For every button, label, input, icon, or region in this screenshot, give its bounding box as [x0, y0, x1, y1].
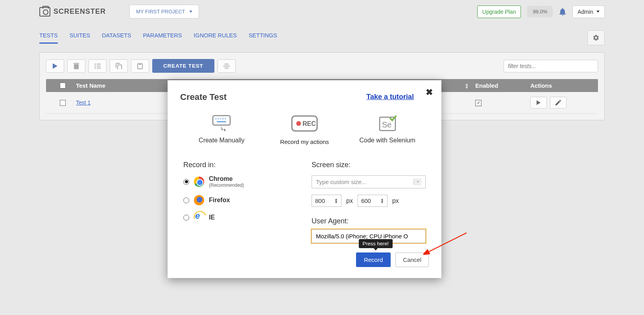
- test-link[interactable]: Test 1: [76, 99, 90, 106]
- usage-percent: 98.0%: [527, 6, 553, 17]
- press-here-tooltip: Press here!: [359, 239, 393, 248]
- record-button[interactable]: Record: [356, 252, 391, 267]
- delete-button[interactable]: [67, 59, 85, 73]
- caret-down-icon: [596, 11, 600, 13]
- close-icon[interactable]: ✖: [426, 87, 433, 98]
- more-button[interactable]: [218, 59, 236, 73]
- user-agent-label: User Agent:: [312, 217, 426, 225]
- screen-size-select[interactable]: Type custom size... ⌄: [312, 175, 426, 188]
- option-label: Create Manually: [199, 137, 245, 144]
- row-edit-button[interactable]: [550, 97, 566, 109]
- svg-point-1: [216, 118, 217, 119]
- browser-chrome[interactable]: Chrome (Recommended): [183, 175, 288, 188]
- option-label: Code with Selenium: [359, 137, 415, 144]
- option-label: Record my actions: [280, 138, 329, 145]
- tutorial-link[interactable]: Take a tutorial: [366, 93, 414, 101]
- camera-icon: [39, 7, 50, 17]
- stepper-icon: ▲▼: [380, 198, 384, 204]
- svg-rect-0: [213, 116, 230, 125]
- paste-button[interactable]: [131, 59, 149, 73]
- nav-tabs-row: TESTS SUITES DATASETS PARAMETERS IGNORE …: [0, 23, 644, 48]
- height-input[interactable]: 600 ▲▼: [358, 195, 388, 207]
- creation-options: Create Manually REC Record my actions Se…: [180, 115, 429, 145]
- select-all-checkbox[interactable]: [60, 83, 66, 88]
- project-selector[interactable]: MY FIRST PROJECT: [129, 5, 199, 18]
- selenium-icon: Se: [378, 115, 397, 132]
- upgrade-plan-button[interactable]: Upgrade Plan: [477, 6, 521, 18]
- bell-icon[interactable]: [559, 8, 566, 16]
- cancel-button[interactable]: Cancel: [395, 252, 429, 267]
- run-button[interactable]: [46, 59, 64, 73]
- option-selenium[interactable]: Se Code with Selenium: [348, 115, 427, 145]
- svg-point-5: [225, 118, 226, 119]
- svg-rect-6: [217, 121, 226, 122]
- create-test-button[interactable]: CREATE TEST: [152, 59, 214, 73]
- option-record-actions[interactable]: REC Record my actions: [265, 115, 344, 145]
- toolbar: CREATE TEST: [46, 59, 598, 73]
- browser-label: Chrome: [209, 175, 233, 182]
- tab-suites[interactable]: SUITES: [70, 32, 90, 44]
- create-test-modal: Create Test Take a tutorial ✖ Create Man…: [168, 80, 441, 278]
- tab-ignore-rules[interactable]: IGNORE RULES: [194, 32, 237, 44]
- modal-form: Record in: Chrome (Recommended) Firefox …: [180, 161, 429, 243]
- svg-point-2: [218, 118, 219, 119]
- nav-tabs: TESTS SUITES DATASETS PARAMETERS IGNORE …: [39, 32, 277, 44]
- tab-datasets[interactable]: DATASETS: [102, 32, 131, 44]
- user-menu[interactable]: Admin: [572, 6, 605, 18]
- px-label: px: [346, 197, 353, 204]
- copy-button[interactable]: [110, 59, 128, 73]
- option-create-manually[interactable]: Create Manually: [182, 115, 261, 145]
- chrome-icon: [194, 177, 204, 187]
- ie-icon: [194, 212, 204, 223]
- screen-size-placeholder: Type custom size...: [316, 179, 366, 185]
- topbar: SCREENSTER MY FIRST PROJECT Upgrade Plan…: [0, 0, 644, 23]
- record-icon: REC: [291, 115, 318, 132]
- filter-tests-input[interactable]: [504, 60, 598, 72]
- list-button[interactable]: [89, 59, 107, 73]
- firefox-icon: [194, 195, 204, 205]
- svg-text:Se: Se: [382, 120, 391, 129]
- enabled-checkbox[interactable]: ✓: [475, 100, 482, 106]
- header-actions: Actions: [530, 82, 593, 89]
- settings-gear-button[interactable]: [587, 30, 605, 45]
- radio-icon: [183, 179, 189, 185]
- row-checkbox[interactable]: [60, 100, 66, 106]
- sort-icon[interactable]: ▲▼: [465, 83, 469, 89]
- header-enabled[interactable]: Enabled: [475, 82, 530, 89]
- keyboard-icon: [210, 115, 233, 132]
- user-name: Admin: [578, 9, 593, 15]
- width-input[interactable]: 800 ▲▼: [312, 195, 341, 207]
- row-run-button[interactable]: [530, 97, 547, 109]
- radio-icon: [183, 215, 189, 221]
- browser-firefox[interactable]: Firefox: [183, 195, 288, 205]
- svg-point-3: [220, 118, 221, 119]
- browser-label: IE: [209, 214, 215, 221]
- px-label: px: [392, 197, 399, 204]
- screen-size-label: Screen size:: [312, 161, 426, 169]
- svg-text:REC: REC: [303, 120, 316, 127]
- project-name: MY FIRST PROJECT: [136, 9, 185, 15]
- brand-text: SCREENSTER: [54, 7, 106, 16]
- topbar-right: Upgrade Plan 98.0% Admin: [477, 6, 605, 18]
- browser-ie[interactable]: IE: [183, 212, 288, 223]
- caret-down-icon: [189, 11, 192, 13]
- tab-settings[interactable]: SETTINGS: [249, 32, 277, 44]
- stepper-icon: ▲▼: [334, 198, 338, 204]
- radio-icon: [183, 197, 189, 203]
- recommended-note: (Recommended): [209, 182, 244, 188]
- svg-point-4: [223, 118, 224, 119]
- browser-label: Firefox: [209, 197, 230, 204]
- svg-point-8: [296, 121, 301, 126]
- record-in-label: Record in:: [183, 161, 288, 169]
- tab-parameters[interactable]: PARAMETERS: [143, 32, 182, 44]
- logo[interactable]: SCREENSTER: [39, 7, 106, 17]
- dropdown-icon: ⌄: [413, 179, 421, 185]
- tab-tests[interactable]: TESTS: [39, 32, 58, 44]
